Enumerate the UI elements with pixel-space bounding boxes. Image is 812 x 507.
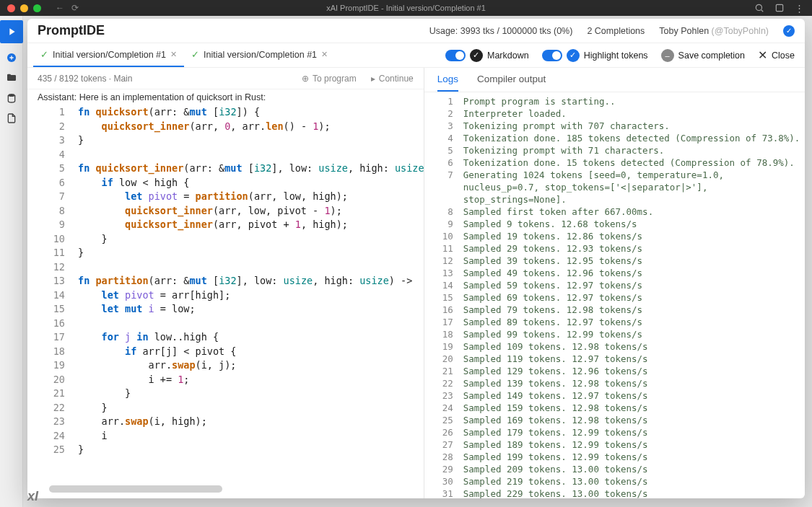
log-line: 21Sampled 129 tokens. 12.96 tokens/s xyxy=(424,365,805,377)
code-line[interactable]: 7 let pivot = partition(arr, low, high); xyxy=(27,190,424,204)
save-completion-button[interactable]: – Save completion xyxy=(661,49,745,62)
tab-compiler-output[interactable]: Compiler output xyxy=(477,68,546,92)
tab-logs[interactable]: Logs xyxy=(437,68,458,92)
log-line-number: 20 xyxy=(424,353,463,365)
code-line[interactable]: 13fn partition(arr: &mut [i32], low: usi… xyxy=(27,274,424,288)
code-line[interactable]: 8 quicksort_inner(arr, low, pivot - 1); xyxy=(27,204,424,219)
modal-header: PromptIDE Usage: 3993 tks / 1000000 tks … xyxy=(27,19,805,43)
log-line-number: 17 xyxy=(424,316,463,328)
log-line: 2Interpreter loaded. xyxy=(424,107,805,120)
code-line[interactable]: 11} xyxy=(27,246,424,260)
add-icon[interactable] xyxy=(6,52,17,63)
line-number: 13 xyxy=(27,274,78,288)
log-line-number: 2 xyxy=(424,107,463,120)
file-tab[interactable]: ✓ Initial version/Completion #1 ✕ xyxy=(33,43,184,67)
search-icon[interactable] xyxy=(754,3,764,13)
code-line[interactable]: 5fn quicksort_inner(arr: &mut [i32], low… xyxy=(27,162,424,176)
check-icon: ✓ xyxy=(191,49,199,60)
code-line[interactable]: 4 xyxy=(27,148,424,162)
log-line: 23Sampled 149 tokens. 12.97 tokens/s xyxy=(424,389,805,402)
code-line[interactable]: 15 let mut i = low; xyxy=(27,302,424,317)
markdown-toggle[interactable]: ✓ Markdown xyxy=(445,49,529,62)
maximize-window-icon[interactable] xyxy=(33,4,41,12)
usage-text: Usage: 3993 tks / 1000000 tks (0%) xyxy=(429,26,573,36)
code-line[interactable]: 21 } xyxy=(27,387,424,401)
code-line[interactable]: 1fn quicksort(arr: &mut [i32]) { xyxy=(27,105,424,120)
horizontal-scrollbar[interactable] xyxy=(49,485,222,493)
log-line: 27Sampled 189 tokens. 12.99 tokens/s xyxy=(424,438,805,451)
code-line[interactable]: 14 let pivot = arr[high]; xyxy=(27,288,424,303)
document-icon[interactable] xyxy=(6,113,17,124)
folder-icon[interactable] xyxy=(6,72,17,84)
window-titlebar: ← ⟳ xAI PromptIDE - Initial version/Comp… xyxy=(0,0,812,16)
code-line[interactable]: 2 quicksort_inner(arr, 0, arr.len() - 1)… xyxy=(27,120,424,134)
back-icon[interactable]: ← xyxy=(56,3,64,13)
log-line-number: 29 xyxy=(424,463,463,475)
assistant-prefix: Assistant: Here is an implementation of … xyxy=(27,89,424,102)
completion-modal: PromptIDE Usage: 3993 tks / 1000000 tks … xyxy=(27,19,805,498)
left-rail xyxy=(0,16,23,507)
continue-button[interactable]: ▸ Continue xyxy=(371,74,414,84)
log-line: 28Sampled 199 tokens. 12.99 tokens/s xyxy=(424,451,805,463)
code-line[interactable]: 12 xyxy=(27,260,424,275)
line-number: 15 xyxy=(27,302,78,317)
file-tab[interactable]: ✓ Initial version/Completion #1 ✕ xyxy=(184,43,335,67)
minimize-window-icon[interactable] xyxy=(20,4,28,12)
log-line: 30Sampled 219 tokens. 13.00 tokens/s xyxy=(424,475,805,488)
log-line: 20Sampled 119 tokens. 12.97 tokens/s xyxy=(424,353,805,365)
code-line[interactable]: 16 xyxy=(27,317,424,331)
code-line[interactable]: 19 arr.swap(i, j); xyxy=(27,358,424,373)
refresh-icon[interactable]: ⟳ xyxy=(71,3,79,13)
code-line[interactable]: 20 i += 1; xyxy=(27,373,424,387)
nav-arrows: ← ⟳ xyxy=(56,3,79,13)
code-line[interactable]: 18 if arr[j] < pivot { xyxy=(27,345,424,359)
to-program-button[interactable]: ⊕ To program xyxy=(302,74,357,84)
code-line[interactable]: 6 if low < high { xyxy=(27,176,424,190)
more-icon[interactable]: ⋮ xyxy=(795,3,805,13)
line-number: 22 xyxy=(27,401,78,415)
extension-icon[interactable] xyxy=(774,3,785,13)
brand-logo: xI xyxy=(27,489,38,504)
code-line[interactable]: 10 } xyxy=(27,232,424,247)
line-number: 11 xyxy=(27,246,78,260)
code-line[interactable]: 23 arr.swap(i, high); xyxy=(27,415,424,429)
user-name[interactable]: Toby Pohlen (@TobyPohln) xyxy=(659,26,769,36)
highlight-toggle[interactable]: ✓ Highlight tokens xyxy=(542,49,648,62)
close-tab-icon[interactable]: ✕ xyxy=(170,50,177,59)
window-controls xyxy=(7,4,41,12)
close-button[interactable]: ✕ Close xyxy=(758,48,795,62)
log-line-number: 25 xyxy=(424,414,463,426)
line-number: 16 xyxy=(27,317,78,331)
log-line-number: 16 xyxy=(424,304,463,316)
window-title: xAI PromptIDE - Initial version/Completi… xyxy=(326,4,486,12)
log-line: 15Sampled 69 tokens. 12.97 tokens/s xyxy=(424,291,805,304)
code-line[interactable]: 24 i xyxy=(27,429,424,444)
line-number: 24 xyxy=(27,429,78,444)
log-output[interactable]: 1Prompt program is starting..2Interprete… xyxy=(424,92,805,498)
code-line[interactable]: 22 } xyxy=(27,401,424,415)
log-line: 5Tokenizing prompt with 71 characters. xyxy=(424,144,805,156)
code-line[interactable]: 9 quicksort_inner(arr, pivot + 1, high); xyxy=(27,218,424,232)
log-line-number: 12 xyxy=(424,255,463,267)
code-line[interactable]: 3} xyxy=(27,133,424,148)
log-line-number: 8 xyxy=(424,206,463,218)
code-line[interactable]: 17 for j in low..high { xyxy=(27,330,424,345)
line-number: 21 xyxy=(27,387,78,401)
token-status: 435 / 8192 tokens · Main xyxy=(38,74,132,84)
code-editor[interactable]: 1fn quicksort(arr: &mut [i32]) {2 quicks… xyxy=(27,102,424,498)
code-line[interactable]: 25} xyxy=(27,443,424,457)
line-number: 7 xyxy=(27,190,78,204)
file-tab-label: Initial version/Completion #1 xyxy=(53,50,166,60)
log-line: 18Sampled 99 tokens. 12.99 tokens/s xyxy=(424,328,805,340)
log-line-number: 14 xyxy=(424,279,463,291)
log-line-number: 19 xyxy=(424,340,463,353)
line-number: 6 xyxy=(27,176,78,190)
file-tab-label: Initial version/Completion #1 xyxy=(204,50,317,60)
database-icon[interactable] xyxy=(6,92,17,104)
completions-count[interactable]: 2 Completions xyxy=(587,26,645,36)
log-line-number: 11 xyxy=(424,242,463,255)
log-line-number: 1 xyxy=(424,95,463,107)
close-tab-icon[interactable]: ✕ xyxy=(321,50,328,59)
close-window-icon[interactable] xyxy=(7,4,15,12)
run-button[interactable] xyxy=(0,20,23,43)
